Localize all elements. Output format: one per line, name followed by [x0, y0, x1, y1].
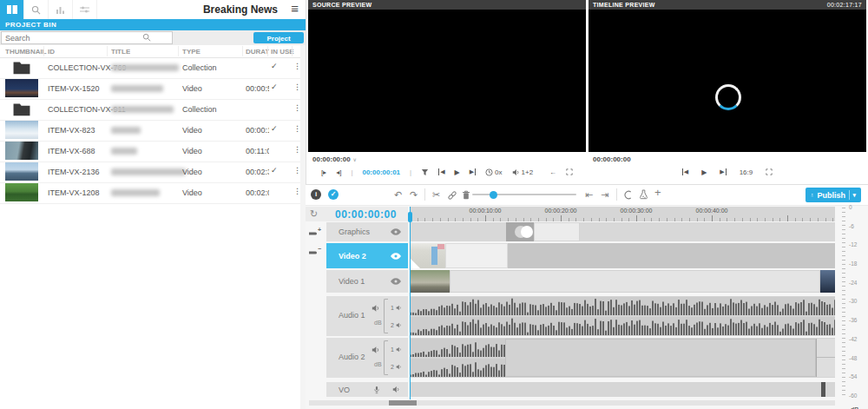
folder-icon [5, 100, 38, 118]
overwrite-mode-icon[interactable]: ⇥ [601, 189, 608, 200]
timeline-hscrollbar[interactable] [309, 400, 835, 406]
track-header-vo[interactable]: VO [326, 382, 408, 397]
item-duration: 00:02:3 [246, 168, 269, 176]
source-video-area[interactable] [308, 10, 586, 152]
add-track-button[interactable]: + [654, 188, 661, 198]
audio-level-meter: 0-6 -12-18 -24-30 -36-42 -48-54 -60 dB [838, 206, 868, 404]
speaker-icon [396, 364, 402, 370]
playback-speed-button[interactable]: 0x [485, 168, 502, 176]
chart-bars-icon [56, 5, 65, 14]
speaker-icon[interactable] [372, 346, 380, 354]
mark-out-button[interactable]: ◂] [336, 168, 341, 176]
eye-visibility-icon[interactable] [391, 228, 401, 235]
audio-clip-waveform[interactable] [410, 317, 835, 335]
tab-search[interactable] [24, 0, 49, 19]
timeline-transport: ◀ ▶ ▶ 16:9 [589, 166, 866, 178]
timeline-section: i ✓ ↶ ↷ ✂ ⇤ ⇥ + [306, 184, 868, 409]
graphics-clip[interactable] [506, 222, 534, 241]
curve-tool-icon[interactable] [623, 190, 633, 200]
play-button[interactable]: ▶ [701, 168, 707, 176]
video-clip[interactable] [450, 270, 820, 293]
previous-frame-button[interactable]: ◀ [682, 168, 688, 175]
hscrollbar-thumb[interactable] [389, 400, 417, 406]
mark-in-button[interactable]: [▸ [321, 168, 326, 176]
playhead-handle[interactable] [408, 212, 412, 222]
eye-visibility-icon[interactable] [391, 278, 401, 285]
bin-row[interactable]: ITEM-VX-823 Video 00:00:1 ✓ ⋮ [0, 120, 306, 142]
bin-row[interactable]: ITEM-VX-1208 Video 00:02:0 ⋮ [0, 182, 306, 204]
bin-row[interactable]: COLLECTION-VX-911 Collection ⋮ [0, 99, 306, 121]
track-header-audio2[interactable]: Audio 2 dB 1 2 [326, 338, 408, 378]
item-type: Collection [182, 105, 217, 114]
col-duration: DURATION [246, 48, 269, 56]
track-content-video2[interactable] [410, 243, 835, 268]
delete-button[interactable] [462, 190, 470, 200]
speaker-icon[interactable] [392, 386, 400, 393]
link-clips-button[interactable] [447, 190, 457, 201]
voiceover-tool-icon[interactable] [639, 189, 648, 200]
audio-clip-waveform[interactable] [410, 339, 505, 357]
aspect-ratio-button[interactable]: 16:9 [740, 168, 753, 176]
track-label: VO [339, 386, 350, 394]
hamburger-menu-icon[interactable]: ≡ [291, 1, 299, 16]
video-thumbnail [5, 183, 38, 201]
graphics-clip[interactable] [534, 222, 580, 241]
timeline-zoom-slider[interactable] [472, 194, 576, 195]
speaker-icon[interactable] [372, 304, 380, 313]
track-content-audio2[interactable] [410, 338, 835, 378]
redo-button[interactable]: ↷ [410, 189, 418, 200]
next-frame-button[interactable]: ▶ [470, 168, 476, 175]
subclip-duration: 00:00:00:01 [362, 168, 400, 176]
video-clip-thumbnail[interactable] [410, 270, 450, 293]
timeline-video-area[interactable] [589, 10, 866, 152]
info-icon[interactable]: i [311, 189, 321, 200]
track-content-graphics[interactable] [410, 222, 835, 241]
next-frame-button[interactable]: ▶ [720, 168, 726, 175]
tab-project-bin[interactable] [0, 0, 24, 19]
left-panel-topbar: Breaking News ≡ [0, 0, 306, 20]
item-title-redacted [111, 64, 179, 73]
track-content-video1[interactable] [410, 270, 835, 293]
video-clip-thumbnail[interactable] [820, 270, 835, 293]
bin-row[interactable]: ITEM-VX-688 Video 00:11:0 ⋮ [0, 141, 306, 162]
tab-settings[interactable] [73, 0, 97, 19]
undo-button[interactable]: ↶ [394, 189, 402, 200]
source-timecode[interactable]: 00:00:00:00∨ [312, 155, 357, 163]
track-header-video2[interactable]: Video 2 [326, 243, 408, 268]
bin-row[interactable]: ITEM-VX-2136 Video 00:02:3 ✓ ⋮ [0, 162, 306, 183]
tab-stats[interactable] [49, 0, 73, 19]
track-header-audio1[interactable]: Audio 1 dB 1 2 [326, 296, 408, 336]
select-check-icon[interactable]: ✓ [328, 189, 339, 200]
bin-row[interactable]: ITEM-VX-1520 Video 00:00:5 ✓ ⋮ [0, 78, 306, 100]
audio-channels-button[interactable]: 1+2 [512, 168, 534, 176]
track-header-video1[interactable]: Video 1 [326, 270, 408, 293]
bin-row[interactable]: COLLECTION-VX-769 Collection ✓ ⋮ [0, 57, 306, 79]
bin-table-header: THUMBNAIL ID TITLE TYPE DURATION IN USE [0, 45, 306, 58]
insert-mode-icon[interactable]: ⇤ [585, 189, 593, 200]
refresh-icon[interactable]: ↻ [310, 208, 318, 220]
microphone-icon[interactable] [373, 386, 380, 394]
fullscreen-icon[interactable] [566, 168, 573, 175]
zoom-slider-handle[interactable] [490, 191, 497, 199]
previous-frame-button[interactable]: ◀ [438, 168, 444, 175]
timeline-ruler[interactable]: 00:00:10:00 00:00:20:00 00:00:30:00 00:0… [410, 207, 835, 221]
track-header-graphics[interactable]: Graphics [326, 222, 408, 241]
eye-visibility-icon[interactable] [391, 253, 401, 260]
track-content-audio1[interactable] [410, 296, 835, 336]
video-clip-thumbnail[interactable] [410, 243, 445, 268]
publish-dropdown-caret[interactable]: ▾ [852, 192, 856, 199]
publish-button[interactable]: Publish ▾ [806, 188, 861, 202]
project-setting-button[interactable]: Project Setting [253, 32, 304, 43]
track-content-vo[interactable] [410, 382, 835, 397]
audio-clip-waveform[interactable] [410, 297, 835, 315]
add-to-timeline-icon[interactable] [421, 168, 429, 176]
fullscreen-icon[interactable] [766, 168, 773, 175]
back-arrow-icon[interactable]: ← [549, 168, 556, 176]
video-clip[interactable] [445, 243, 508, 268]
razor-cut-button[interactable]: ✂ [432, 189, 440, 200]
audio-clip-waveform[interactable] [410, 359, 505, 377]
audio-clip-empty[interactable] [505, 339, 816, 377]
play-button[interactable]: ▶ [455, 168, 460, 176]
vo-end-handle[interactable] [821, 382, 825, 397]
audio-clip[interactable] [816, 339, 835, 377]
